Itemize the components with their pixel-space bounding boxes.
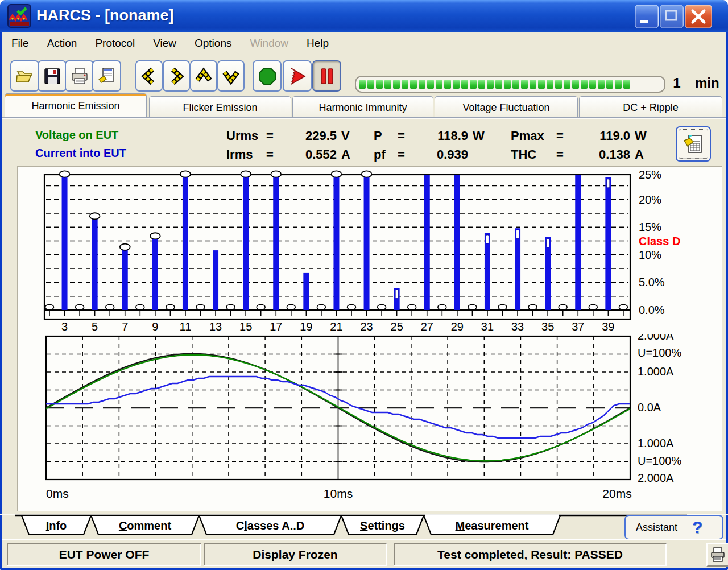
tab-dc-ripple[interactable]: DC + Ripple bbox=[579, 96, 722, 118]
report-page-icon bbox=[97, 67, 117, 86]
progress-block bbox=[376, 80, 383, 89]
progress-block bbox=[444, 80, 451, 89]
current-harmonic-bar bbox=[454, 175, 460, 310]
report-button[interactable] bbox=[92, 60, 121, 92]
status-print-button[interactable] bbox=[706, 543, 728, 567]
ampere-axis-label: 0.0A bbox=[638, 401, 661, 414]
progress-block bbox=[598, 80, 605, 89]
current-harmonic-bar bbox=[515, 228, 520, 310]
harmonic-order-label: 17 bbox=[270, 320, 282, 333]
bottom-tab-label[interactable]: Settings bbox=[360, 519, 405, 532]
menu-protocol[interactable]: Protocol bbox=[86, 35, 144, 52]
even-limit-marker bbox=[378, 304, 386, 310]
tab-flicker-emission[interactable]: Flicker Emission bbox=[149, 96, 291, 118]
down-button[interactable] bbox=[217, 60, 245, 92]
close-icon bbox=[685, 5, 712, 28]
progress-block bbox=[547, 80, 553, 89]
menu-options[interactable]: Options bbox=[185, 35, 241, 52]
status-eut-power: EUT Power OFF bbox=[7, 543, 201, 566]
stop-icon bbox=[257, 66, 278, 86]
percent-axis-label: 15% bbox=[639, 221, 661, 233]
current-harmonic-bar bbox=[122, 250, 128, 310]
progress-block bbox=[470, 80, 477, 89]
prev-button[interactable] bbox=[135, 60, 163, 92]
limit-marker-inner bbox=[395, 290, 398, 298]
open-folder-icon bbox=[15, 67, 35, 86]
minimize-button[interactable] bbox=[635, 5, 659, 28]
charts-panel: 357911131517192123252729313335373925%20%… bbox=[17, 166, 722, 511]
harmonic-order-label: 11 bbox=[180, 320, 192, 333]
show-report-button[interactable] bbox=[676, 126, 711, 162]
app-window: HARCS - [noname] File Action Protocol Vi… bbox=[0, 0, 728, 570]
limit-marker-cap bbox=[331, 171, 341, 177]
p-eq: = bbox=[398, 129, 413, 143]
even-limit-marker bbox=[589, 304, 597, 310]
menu-action[interactable]: Action bbox=[38, 35, 86, 52]
tab-harmonic-immunity[interactable]: Harmonic Immunity bbox=[292, 96, 433, 118]
irms-label: Irms bbox=[226, 147, 266, 162]
measure-group-rms: Urms=229.5V Irms=0.552A bbox=[226, 126, 354, 164]
harmonic-order-label: 21 bbox=[330, 320, 342, 333]
bottom-tab-label[interactable]: Classes A..D bbox=[236, 519, 304, 532]
pmax-unit: W bbox=[630, 129, 648, 143]
limit-marker-oval bbox=[90, 213, 100, 219]
title-bar: HARCS - [noname] bbox=[0, 0, 728, 32]
ampere-axis-label: 2.000A bbox=[638, 472, 674, 484]
progress-block bbox=[393, 80, 400, 89]
harmonic-order-label: 9 bbox=[152, 320, 158, 333]
tab-voltage-fluctuation[interactable]: Voltage Fluctuation bbox=[435, 96, 578, 118]
even-limit-marker bbox=[287, 304, 295, 310]
pf-value: 0.939 bbox=[413, 147, 468, 162]
status-display: Display Frozen bbox=[204, 543, 387, 566]
progress-unit-label: min bbox=[695, 75, 719, 91]
current-harmonic-bar bbox=[333, 175, 339, 310]
percent-axis-label: 20% bbox=[639, 193, 661, 206]
limit-marker-oval bbox=[150, 233, 160, 239]
ampere-axis-label: 1.000A bbox=[638, 365, 674, 378]
current-harmonic-bar bbox=[273, 175, 279, 310]
current-harmonic-bar bbox=[485, 233, 490, 310]
play-icon bbox=[287, 66, 308, 86]
stop-button[interactable] bbox=[253, 60, 282, 92]
urms-label: Urms bbox=[226, 129, 266, 143]
harmonic-order-label: 39 bbox=[602, 320, 614, 333]
menu-view[interactable]: View bbox=[144, 35, 185, 52]
harmonic-order-label: 37 bbox=[572, 320, 584, 333]
up-button[interactable] bbox=[190, 60, 217, 92]
play-button[interactable] bbox=[283, 60, 312, 92]
next-button[interactable] bbox=[163, 60, 190, 92]
menu-help[interactable]: Help bbox=[297, 35, 338, 52]
progress-block bbox=[581, 80, 588, 89]
class-d-annotation: Class D bbox=[639, 235, 680, 247]
maximize-button[interactable] bbox=[660, 5, 684, 28]
harmonic-order-label: 27 bbox=[421, 320, 433, 333]
print-button[interactable] bbox=[65, 60, 94, 92]
menu-file[interactable]: File bbox=[2, 35, 38, 52]
save-button[interactable] bbox=[38, 60, 67, 92]
irms-value: 0.552 bbox=[282, 147, 337, 162]
time-axis-label: 0ms bbox=[46, 487, 69, 500]
bottom-tab-label[interactable]: Measurement bbox=[456, 519, 529, 532]
ampere-axis-label: 1.000A bbox=[638, 437, 674, 449]
bottom-tab-label[interactable]: Info bbox=[46, 519, 67, 532]
save-floppy-icon bbox=[43, 67, 62, 86]
menu-bar: File Action Protocol View Options Window… bbox=[2, 33, 726, 53]
pmax-value: 119.0 bbox=[573, 129, 630, 143]
close-button[interactable] bbox=[685, 5, 712, 28]
measure-group-max: Pmax=119.0W THC=0.138A bbox=[511, 126, 648, 164]
irms-unit: A bbox=[337, 147, 354, 162]
arrow-down-icon bbox=[222, 67, 240, 86]
tab-harmonic-emission[interactable]: Harmonic Emission bbox=[5, 93, 147, 118]
progress-block bbox=[564, 80, 570, 89]
even-limit-marker bbox=[46, 304, 54, 310]
bottom-tab-label[interactable]: Comment bbox=[119, 519, 172, 532]
progress-block bbox=[495, 80, 502, 89]
pmax-eq: = bbox=[556, 129, 573, 143]
pause-button[interactable] bbox=[312, 60, 341, 92]
open-button[interactable] bbox=[10, 60, 39, 92]
tab-content-divider bbox=[2, 117, 726, 119]
time-axis-label: 10ms bbox=[324, 487, 353, 500]
assistant-button[interactable]: Assistant ? bbox=[624, 515, 723, 540]
status-bar: EUT Power OFF Display Frozen Test comple… bbox=[2, 539, 726, 568]
even-limit-marker bbox=[226, 304, 235, 310]
